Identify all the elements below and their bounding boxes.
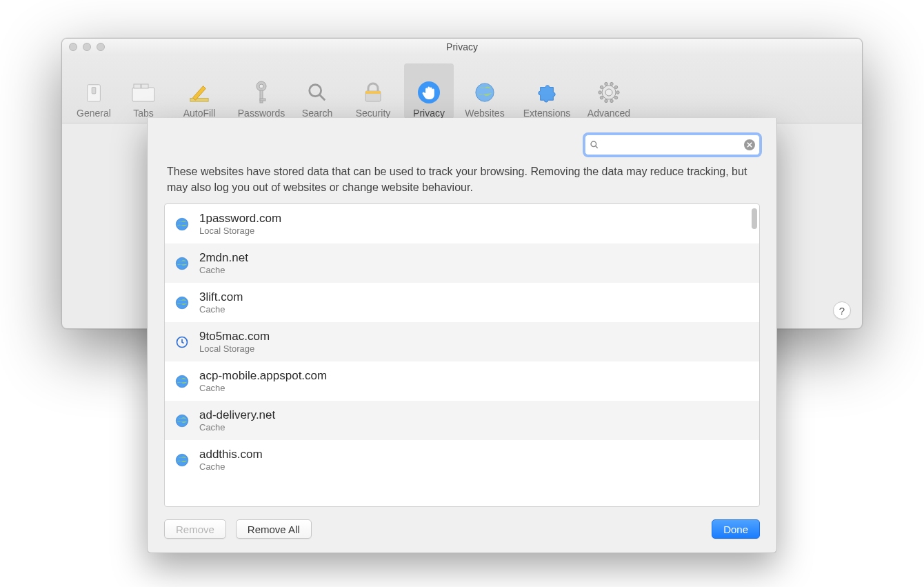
svg-point-38 (176, 454, 188, 466)
globe-icon (174, 374, 190, 389)
svg-point-17 (616, 91, 619, 94)
website-domain: ad-delivery.net (199, 408, 275, 422)
svg-line-29 (596, 146, 598, 148)
svg-line-11 (320, 95, 325, 101)
done-button[interactable]: Done (712, 519, 760, 539)
tab-label: Extensions (523, 108, 570, 119)
puzzle-icon (534, 80, 559, 105)
globe-icon (174, 217, 190, 232)
tab-label: Tabs (133, 108, 154, 119)
website-data-kind: Local Storage (199, 344, 270, 355)
tab-label: Security (356, 108, 391, 119)
tab-label: Websites (465, 108, 504, 119)
website-data-kind: Cache (199, 304, 243, 315)
tab-advanced[interactable]: Advanced (578, 63, 640, 119)
website-row[interactable]: 3lift.comCache (165, 283, 759, 322)
minimize-icon[interactable] (83, 43, 91, 51)
scrollbar-thumb[interactable] (752, 208, 757, 229)
titlebar: Privacy (62, 39, 862, 55)
website-row[interactable]: addthis.comCache (165, 440, 759, 479)
svg-point-21 (600, 96, 603, 99)
svg-point-37 (176, 415, 188, 427)
svg-rect-9 (260, 99, 265, 101)
website-domain: 1password.com (199, 212, 281, 226)
website-domain: 3lift.com (199, 290, 243, 304)
manage-website-data-sheet: These websites have stored data that can… (147, 118, 777, 553)
tab-autofill[interactable]: AutoFill (168, 63, 230, 119)
remove-button[interactable]: Remove (164, 519, 226, 539)
globe-icon (472, 80, 497, 105)
globe-icon (174, 256, 190, 271)
tab-search[interactable]: Search (292, 63, 342, 119)
svg-point-7 (259, 84, 263, 88)
svg-point-32 (176, 218, 188, 230)
clock-icon (174, 335, 190, 350)
tab-label: Privacy (413, 108, 445, 119)
globe-icon (174, 295, 190, 310)
svg-rect-13 (365, 91, 381, 94)
svg-point-28 (591, 141, 596, 147)
website-list: 1password.comLocal Storage2mdn.netCache3… (164, 203, 760, 507)
pencil-icon (187, 80, 212, 105)
gear-icon (596, 80, 621, 105)
search-icon (590, 140, 599, 150)
website-row[interactable]: ad-delivery.netCache (165, 401, 759, 440)
website-domain: acp-mobile.appspot.com (199, 369, 327, 383)
svg-point-24 (605, 82, 607, 85)
sheet-buttons: Remove Remove All Done (148, 507, 776, 553)
website-row[interactable]: 1password.comLocal Storage (165, 204, 759, 243)
tab-passwords[interactable]: Passwords (230, 63, 292, 119)
svg-rect-2 (132, 88, 154, 101)
tab-privacy[interactable]: Privacy (404, 63, 454, 119)
svg-point-25 (610, 82, 613, 85)
preferences-toolbar: GeneralTabsAutoFillPasswordsSearchSecuri… (62, 55, 862, 123)
window-title: Privacy (62, 41, 862, 52)
clear-search-icon[interactable] (744, 139, 755, 150)
website-domain: 9to5mac.com (199, 330, 270, 344)
website-row[interactable]: acp-mobile.appspot.comCache (165, 361, 759, 401)
search-field[interactable] (585, 135, 760, 155)
website-data-kind: Cache (199, 383, 327, 394)
svg-point-18 (614, 96, 617, 99)
key-icon (249, 80, 274, 105)
svg-rect-1 (92, 88, 96, 94)
search-input[interactable] (603, 139, 744, 151)
tab-websites[interactable]: Websites (454, 63, 516, 119)
tab-tabs[interactable]: Tabs (119, 63, 168, 119)
svg-point-19 (610, 99, 613, 102)
svg-point-15 (476, 83, 494, 101)
svg-point-16 (605, 89, 612, 96)
help-button[interactable]: ? (833, 301, 851, 319)
globe-icon (174, 452, 190, 468)
svg-rect-3 (134, 84, 141, 88)
website-row[interactable]: 2mdn.netCache (165, 243, 759, 283)
close-icon[interactable] (69, 43, 77, 51)
globe-icon (174, 413, 190, 428)
website-data-kind: Cache (199, 461, 263, 472)
tab-label: Advanced (587, 108, 630, 119)
svg-point-36 (176, 375, 188, 388)
tab-label: Search (302, 108, 332, 119)
website-row[interactable]: 9to5mac.comLocal Storage (165, 322, 759, 361)
remove-all-button[interactable]: Remove All (236, 519, 312, 539)
svg-point-33 (176, 257, 188, 270)
website-data-kind: Cache (199, 265, 248, 276)
svg-point-26 (614, 86, 617, 88)
tabs-icon (131, 80, 156, 105)
tab-extensions[interactable]: Extensions (516, 63, 578, 119)
zoom-icon[interactable] (97, 43, 105, 51)
tab-label: Passwords (238, 108, 285, 119)
svg-point-34 (176, 297, 188, 309)
website-data-kind: Local Storage (199, 226, 281, 237)
svg-rect-5 (190, 98, 208, 101)
tab-security[interactable]: Security (342, 63, 404, 119)
lock-icon (361, 80, 385, 105)
info-text: These websites have stored data that can… (148, 161, 776, 203)
svg-point-23 (600, 86, 603, 88)
tab-general[interactable]: General (69, 63, 119, 119)
svg-point-22 (599, 91, 601, 94)
switch-icon (81, 80, 106, 105)
magnifier-icon (305, 80, 330, 105)
tab-label: AutoFill (183, 108, 216, 119)
website-domain: addthis.com (199, 448, 263, 461)
